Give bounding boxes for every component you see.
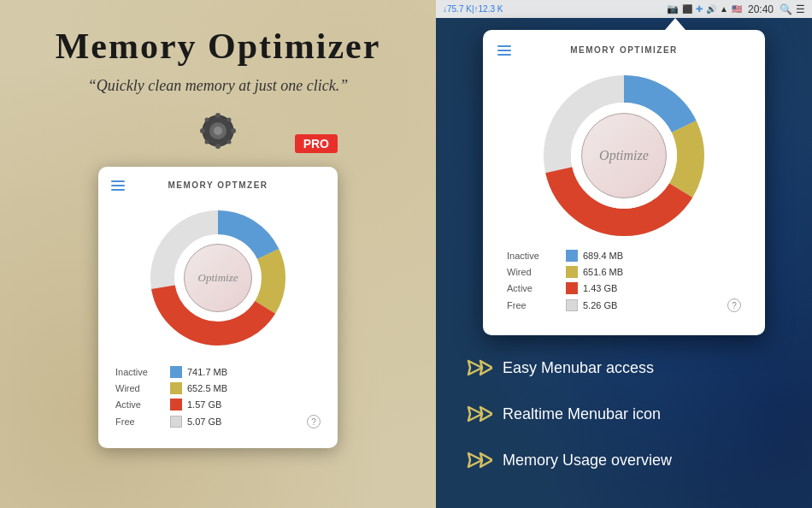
optimize-button-right[interactable]: Optimize bbox=[581, 113, 667, 198]
stat-value: 741.7 MB bbox=[187, 367, 227, 377]
arrow-icon-2 bbox=[462, 399, 492, 429]
stat-label: Inactive bbox=[115, 367, 167, 377]
inactive-color-box bbox=[170, 366, 182, 378]
stat-row-active-right: Active 1.43 GB bbox=[507, 282, 741, 294]
stat-label: Free bbox=[115, 416, 167, 427]
donut-chart-right: Optimize bbox=[493, 62, 755, 250]
stat-label: Active bbox=[115, 399, 167, 410]
stat-value: 1.57 GB bbox=[187, 399, 221, 410]
menubar-square-icon: ⬛ bbox=[682, 4, 692, 14]
feature-item-2: Realtime Menubar icon bbox=[462, 399, 786, 429]
arrow-icon-3 bbox=[462, 445, 492, 476]
hamburger-line-2 bbox=[497, 50, 511, 51]
feature-text-1: Easy Menubar access bbox=[503, 359, 654, 377]
stat-row-inactive-left: Inactive 741.7 MB bbox=[115, 366, 321, 378]
svg-point-2 bbox=[214, 127, 222, 135]
hamburger-menu-right[interactable] bbox=[497, 45, 511, 56]
app-header-left: MEMORY OPTMZER bbox=[107, 175, 329, 197]
stats-labels-right: Inactive 689.4 MB Wired 651.6 MB Active … bbox=[507, 250, 741, 316]
svg-point-8 bbox=[227, 118, 232, 122]
left-panel: Memory Optimizer “Quickly clean memory a… bbox=[0, 0, 436, 508]
question-icon-left[interactable]: ? bbox=[307, 415, 321, 428]
stat-label-inactive: Inactive bbox=[507, 251, 562, 261]
menubar: ↓75.7 K|↑12.3 K 📷 ⬛ ✚ 🔊 ▲ 🇺🇸 20:40 🔍 ☰ bbox=[436, 0, 812, 18]
stat-value: 5.07 GB bbox=[187, 416, 221, 427]
free-color-box bbox=[170, 416, 182, 428]
app-window-right: MEMORY OPTIMIZER Optimize bbox=[483, 30, 765, 335]
feature-text-2: Realtime Menubar icon bbox=[503, 405, 661, 423]
arrow-icon-1 bbox=[462, 352, 492, 383]
menubar-flag-icon: 🇺🇸 bbox=[732, 4, 742, 14]
svg-point-3 bbox=[215, 113, 221, 118]
feature-item-3: Memory Usage overview bbox=[462, 445, 786, 476]
menubar-volume-icon: 🔊 bbox=[706, 4, 716, 14]
svg-point-6 bbox=[231, 128, 236, 133]
stat-row-wired-right: Wired 651.6 MB bbox=[507, 266, 741, 278]
svg-point-4 bbox=[215, 144, 221, 149]
hamburger-line-1 bbox=[111, 180, 125, 182]
stat-row-wired-left: Wired 652.5 MB bbox=[115, 382, 321, 394]
svg-point-10 bbox=[227, 140, 232, 145]
stats-table-left: Inactive 741.7 MB Wired 652.5 MB Active … bbox=[107, 359, 329, 440]
donut-chart-left: Optimize bbox=[107, 197, 329, 359]
stat-val-free: 5.26 GB bbox=[583, 300, 617, 310]
stat-value: 652.5 MB bbox=[187, 383, 227, 393]
popup-pointer bbox=[665, 18, 685, 30]
svg-point-5 bbox=[200, 128, 205, 133]
svg-point-7 bbox=[205, 118, 209, 122]
active-color-right bbox=[566, 282, 578, 294]
app-subtitle: “Quickly clean memory at just one click.… bbox=[88, 77, 348, 95]
stat-label: Wired bbox=[115, 383, 167, 393]
stat-val-wired: 651.6 MB bbox=[583, 267, 623, 277]
wired-color-right bbox=[566, 266, 578, 278]
menubar-search-icon[interactable]: 🔍 bbox=[780, 3, 792, 15]
wired-color-box bbox=[170, 382, 182, 394]
stat-label-active: Active bbox=[507, 283, 562, 293]
features-list: Easy Menubar access Realtime Menubar ico… bbox=[436, 335, 812, 508]
stat-row-free-right: Free 5.26 GB ? bbox=[507, 298, 741, 312]
stat-val-active: 1.43 GB bbox=[583, 283, 617, 293]
hamburger-line-3 bbox=[111, 189, 125, 191]
stat-row-active-left: Active 1.57 GB bbox=[115, 399, 321, 411]
menubar-traffic: ↓75.7 K|↑12.3 K bbox=[443, 4, 503, 14]
right-panel: ↓75.7 K|↑12.3 K 📷 ⬛ ✚ 🔊 ▲ 🇺🇸 20:40 🔍 ☰ M… bbox=[436, 0, 812, 508]
menubar-plus-icon: ✚ bbox=[696, 4, 703, 14]
stat-label-free: Free bbox=[507, 300, 562, 310]
menubar-time: 20:40 bbox=[748, 3, 774, 15]
free-color-right bbox=[566, 299, 578, 311]
app-window-title-left: MEMORY OPTMZER bbox=[168, 180, 268, 190]
svg-point-9 bbox=[205, 140, 209, 145]
hamburger-line-3 bbox=[497, 54, 511, 56]
hamburger-menu[interactable] bbox=[111, 180, 125, 191]
feature-text-3: Memory Usage overview bbox=[503, 452, 672, 470]
settings-icon bbox=[199, 112, 237, 150]
hamburger-line-1 bbox=[497, 45, 511, 47]
app-header-right: MEMORY OPTIMIZER bbox=[493, 40, 755, 62]
inactive-color-right bbox=[566, 250, 578, 262]
stat-row-inactive-right: Inactive 689.4 MB bbox=[507, 250, 741, 262]
menubar-menu-icon[interactable]: ☰ bbox=[796, 3, 805, 15]
active-color-box bbox=[170, 399, 182, 411]
menubar-eject-icon: ▲ bbox=[720, 4, 728, 14]
pro-badge: PRO bbox=[295, 134, 338, 153]
stat-val-inactive: 689.4 MB bbox=[583, 251, 623, 261]
app-window-left: MEMORY OPTMZER bbox=[98, 167, 338, 448]
stat-label-wired: Wired bbox=[507, 267, 562, 277]
menubar-camera-icon: 📷 bbox=[667, 3, 679, 15]
stat-row-free-left: Free 5.07 GB ? bbox=[115, 415, 321, 428]
stats-area-right: Inactive 689.4 MB Wired 651.6 MB Active … bbox=[493, 250, 755, 325]
app-title: Memory Optimizer bbox=[56, 26, 381, 67]
feature-item-1: Easy Menubar access bbox=[462, 352, 786, 383]
optimize-button-left[interactable]: Optimize bbox=[184, 244, 252, 312]
app-window-title-right: MEMORY OPTIMIZER bbox=[570, 45, 678, 55]
hamburger-line-2 bbox=[111, 185, 125, 186]
question-icon-right[interactable]: ? bbox=[727, 298, 741, 312]
menu-icon-area bbox=[199, 112, 237, 153]
